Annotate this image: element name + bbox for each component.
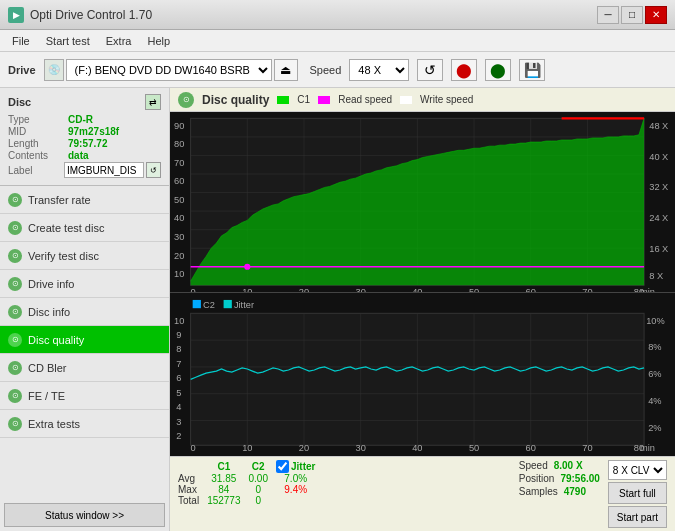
disc-quality-icon: ⊙ [178, 92, 194, 108]
svg-text:min: min [640, 287, 655, 292]
c2-chart-wrapper: C2 Jitter 10 9 8 7 6 5 4 3 2 10% 8% [170, 293, 675, 456]
svg-text:40: 40 [412, 443, 422, 453]
sidebar-item-fe-te[interactable]: ⊙ FE / TE [0, 382, 169, 410]
sidebar-icon-cd-bler: ⊙ [8, 361, 22, 375]
avg-jitter: 7.0% [284, 473, 307, 484]
sidebar-label-drive-info: Drive info [28, 278, 74, 290]
sidebar-item-transfer-rate[interactable]: ⊙ Transfer rate [0, 186, 169, 214]
svg-text:30: 30 [356, 287, 366, 292]
svg-rect-47 [224, 300, 232, 308]
drive-select[interactable]: (F:) BENQ DVD DD DW1640 BSRB [66, 59, 272, 81]
disc-label-row: Label ↺ [8, 162, 161, 178]
stats-data-table: C1 C2 Jitter Avg [178, 460, 323, 506]
drivebar: Drive 💿 (F:) BENQ DVD DD DW1640 BSRB ⏏ S… [0, 52, 675, 88]
jitter-checkbox[interactable] [276, 460, 289, 473]
svg-text:16 X: 16 X [649, 244, 668, 254]
total-label: Total [178, 495, 199, 506]
sidebar-item-verify-test-disc[interactable]: ⊙ Verify test disc [0, 242, 169, 270]
save-button[interactable]: 💾 [519, 59, 545, 81]
samples-stat-label: Samples [519, 486, 558, 497]
sidebar-label-verify-test-disc: Verify test disc [28, 250, 99, 262]
maximize-button[interactable]: □ [621, 6, 643, 24]
speed-select[interactable]: 48 X [349, 59, 409, 81]
svg-text:10%: 10% [646, 315, 665, 325]
speed-combo-select[interactable]: 8 X CLV [608, 460, 667, 480]
sidebar-item-create-test-disc[interactable]: ⊙ Create test disc [0, 214, 169, 242]
status-window-button[interactable]: Status window >> [4, 503, 165, 527]
svg-text:2%: 2% [648, 423, 661, 433]
sidebar-item-drive-info[interactable]: ⊙ Drive info [0, 270, 169, 298]
position-stat-value: 79:56.00 [560, 473, 599, 484]
erase-button[interactable]: ⬤ [451, 59, 477, 81]
c1-chart-wrapper: 90 80 70 60 50 40 30 20 10 48 X 40 X 32 … [170, 112, 675, 293]
sidebar-label-extra-tests: Extra tests [28, 418, 80, 430]
sidebar-icon-drive-info: ⊙ [8, 277, 22, 291]
svg-text:32 X: 32 X [649, 182, 668, 192]
disc-quality-title: Disc quality [202, 93, 269, 107]
max-jitter: 9.4% [284, 484, 307, 495]
sidebar-item-disc-info[interactable]: ⊙ Disc info [0, 298, 169, 326]
menu-file[interactable]: File [4, 33, 38, 49]
svg-text:80: 80 [174, 139, 184, 149]
c1-chart: 90 80 70 60 50 40 30 20 10 48 X 40 X 32 … [170, 112, 675, 292]
disc-title: Disc [8, 96, 31, 108]
write-speed-legend-box [400, 96, 412, 104]
position-stat-label: Position [519, 473, 555, 484]
sidebar-item-disc-quality[interactable]: ⊙ Disc quality [0, 326, 169, 354]
svg-text:C2: C2 [203, 300, 215, 310]
sidebar-label-cd-bler: CD Bler [28, 362, 67, 374]
svg-text:30: 30 [356, 443, 366, 453]
menu-help[interactable]: Help [139, 33, 178, 49]
svg-text:40: 40 [412, 287, 422, 292]
disc-label-input[interactable] [64, 162, 144, 178]
menu-start-test[interactable]: Start test [38, 33, 98, 49]
disc-swap-button[interactable]: ⇄ [145, 94, 161, 110]
disc-label-refresh-button[interactable]: ↺ [146, 162, 161, 178]
sidebar-menu: ⊙ Transfer rate ⊙ Create test disc ⊙ Ver… [0, 186, 169, 499]
max-row: Max 84 0 9.4% [178, 484, 323, 495]
jitter-column-header: Jitter [291, 461, 315, 472]
drive-controls: 💿 (F:) BENQ DVD DD DW1640 BSRB ⏏ [44, 59, 298, 81]
menubar: File Start test Extra Help [0, 30, 675, 52]
disc-type-value: CD-R [68, 114, 93, 125]
sidebar-item-extra-tests[interactable]: ⊙ Extra tests [0, 410, 169, 438]
svg-text:0: 0 [191, 287, 196, 292]
svg-text:6: 6 [176, 373, 181, 383]
svg-text:5: 5 [176, 387, 181, 397]
read-speed-legend-label: Read speed [338, 94, 392, 105]
drive-label: Drive [8, 64, 36, 76]
eject-button[interactable]: ⏏ [274, 59, 298, 81]
svg-text:30: 30 [174, 232, 184, 242]
samples-stat-value: 4790 [564, 486, 586, 497]
start-part-button[interactable]: Start part [608, 506, 667, 528]
refresh-speed-button[interactable]: ↺ [417, 59, 443, 81]
svg-text:10: 10 [242, 287, 252, 292]
close-button[interactable]: ✕ [645, 6, 667, 24]
chart-legend: C1 Read speed Write speed [277, 94, 473, 105]
svg-text:Jitter: Jitter [234, 300, 254, 310]
sidebar-icon-extra-tests: ⊙ [8, 417, 22, 431]
minimize-button[interactable]: ─ [597, 6, 619, 24]
sidebar-icon-verify-test-disc: ⊙ [8, 249, 22, 263]
c2-column-header: C2 [252, 461, 265, 472]
c1-legend-box [277, 96, 289, 104]
drive-icon: 💿 [44, 59, 64, 81]
sidebar-icon-disc-quality: ⊙ [8, 333, 22, 347]
svg-text:24 X: 24 X [649, 213, 668, 223]
c1-legend-label: C1 [297, 94, 310, 105]
svg-text:70: 70 [582, 287, 592, 292]
sidebar-item-cd-bler[interactable]: ⊙ CD Bler [0, 354, 169, 382]
svg-text:70: 70 [582, 443, 592, 453]
disc-mid-value: 97m27s18f [68, 126, 119, 137]
start-full-button[interactable]: Start full [608, 482, 667, 504]
burn-button[interactable]: ⬤ [485, 59, 511, 81]
avg-c2: 0.00 [249, 473, 268, 484]
avg-row: Avg 31.85 0.00 7.0% [178, 473, 323, 484]
menu-extra[interactable]: Extra [98, 33, 140, 49]
stats-table: C1 C2 Jitter Avg [178, 460, 511, 506]
svg-text:60: 60 [526, 443, 536, 453]
c1-column-header: C1 [217, 461, 230, 472]
disc-mid-label: MID [8, 126, 68, 137]
window-title: Opti Drive Control 1.70 [30, 8, 152, 22]
sidebar-label-disc-info: Disc info [28, 306, 70, 318]
